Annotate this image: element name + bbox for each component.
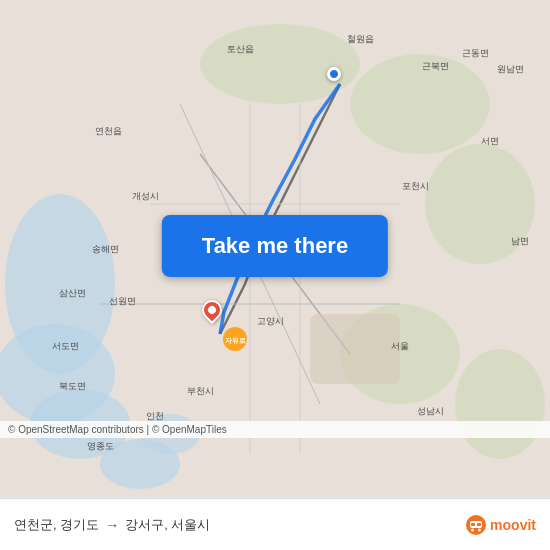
attribution-text: © OpenStreetMap contributors | © OpenMap… xyxy=(8,424,227,435)
svg-text:부천시: 부천시 xyxy=(187,386,214,396)
attribution-bar: © OpenStreetMap contributors | © OpenMap… xyxy=(0,421,550,438)
svg-text:송해면: 송해면 xyxy=(92,244,119,254)
svg-rect-17 xyxy=(310,314,400,384)
svg-text:선원면: 선원면 xyxy=(109,296,136,306)
svg-text:토산읍: 토산읍 xyxy=(227,44,254,54)
svg-text:서도면: 서도면 xyxy=(52,341,79,351)
footer: 연천군, 경기도 → 강서구, 서울시 moovit xyxy=(0,498,550,550)
moovit-logo: moovit xyxy=(465,514,536,536)
svg-point-7 xyxy=(350,54,490,154)
footer-to: 강서구, 서울시 xyxy=(125,516,210,534)
svg-text:근북면: 근북면 xyxy=(422,61,449,71)
moovit-brand-text: moovit xyxy=(490,517,536,533)
svg-text:고양시: 고양시 xyxy=(257,316,284,326)
svg-point-46 xyxy=(478,528,481,531)
svg-text:포천시: 포천시 xyxy=(402,181,429,191)
origin-marker xyxy=(327,67,341,81)
svg-text:북도면: 북도면 xyxy=(59,381,86,391)
svg-rect-47 xyxy=(471,523,475,526)
svg-text:철원읍: 철원읍 xyxy=(347,34,374,44)
svg-text:삼산면: 삼산면 xyxy=(59,288,86,298)
svg-text:성남시: 성남시 xyxy=(417,406,444,416)
svg-point-45 xyxy=(471,528,474,531)
map-container: 토산읍 철원읍 근북면 근동면 원남면 연천읍 서면 개성시 포천시 남면 송해… xyxy=(0,0,550,498)
app: 토산읍 철원읍 근북면 근동면 원남면 연천읍 서면 개성시 포천시 남면 송해… xyxy=(0,0,550,550)
take-me-there-button[interactable]: Take me there xyxy=(162,215,388,277)
svg-text:연천읍: 연천읍 xyxy=(95,126,122,136)
svg-point-10 xyxy=(455,349,545,459)
svg-point-8 xyxy=(425,144,535,264)
moovit-icon xyxy=(465,514,487,536)
svg-text:원남면: 원남면 xyxy=(497,64,524,74)
svg-text:근동면: 근동면 xyxy=(462,48,489,58)
footer-from: 연천군, 경기도 xyxy=(14,516,99,534)
svg-text:서울: 서울 xyxy=(391,341,409,351)
svg-rect-48 xyxy=(477,523,481,526)
svg-text:개성시: 개성시 xyxy=(132,191,159,201)
svg-text:인천: 인천 xyxy=(146,411,164,421)
svg-text:남면: 남면 xyxy=(511,236,529,246)
svg-text:서면: 서면 xyxy=(481,136,499,146)
footer-arrow: → xyxy=(105,517,119,533)
svg-text:자유로: 자유로 xyxy=(225,337,246,344)
svg-text:영종도: 영종도 xyxy=(87,441,114,451)
